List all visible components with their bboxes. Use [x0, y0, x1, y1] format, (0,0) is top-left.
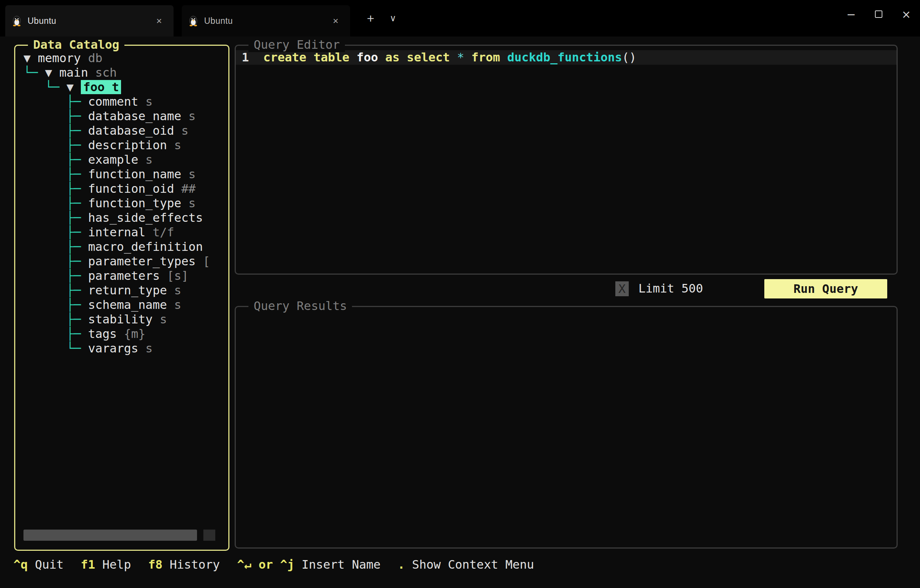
tree-connector: ├─: [67, 283, 81, 297]
tux-icon: [12, 15, 22, 26]
hint-label: Quit: [35, 557, 64, 572]
code-token: [349, 50, 356, 65]
key-label: .: [398, 557, 405, 572]
footer-hint[interactable]: .Show Context Menu: [398, 557, 534, 572]
tree-connector: ├─: [67, 95, 81, 109]
tree-connector: ├─: [67, 109, 81, 123]
data-catalog-title: Data Catalog: [28, 37, 125, 52]
code-token: [464, 50, 471, 65]
tree-column-row[interactable]: ├─function_oid##: [23, 182, 228, 196]
code-token: from: [471, 50, 500, 65]
tab-strip: Ubuntu × Ubuntu × + ∨: [0, 0, 403, 37]
tree-column-row[interactable]: └─varargss: [23, 341, 228, 356]
footer-hint[interactable]: f8History: [148, 557, 220, 572]
tree-column-row[interactable]: ├─function_types: [23, 196, 228, 211]
column-name: schema_name: [88, 298, 167, 312]
expand-arrow-icon: ▼: [23, 51, 31, 65]
column-name: tags: [88, 327, 117, 341]
tree-column-row[interactable]: ├─has_side_effects: [23, 211, 228, 225]
limit-value[interactable]: 500: [682, 281, 703, 296]
tree-column-row[interactable]: ├─tags{m}: [23, 327, 228, 341]
tree-connector: └─: [67, 341, 81, 355]
column-name: function_name: [88, 167, 181, 181]
tree-connector: ├─: [67, 312, 81, 326]
query-editor-title: Query Editor: [248, 37, 345, 52]
tab-close-icon[interactable]: ×: [151, 13, 167, 29]
tree-row-schema[interactable]: └─▼mainsch: [23, 66, 228, 80]
code-token: [400, 50, 407, 65]
code-token: (): [622, 50, 637, 65]
tree-connector: └─: [23, 66, 38, 80]
footer: ^qQuitf1Helpf8History^↵ or ^jInsert Name…: [13, 557, 551, 572]
tree-connector: ├─: [67, 182, 81, 196]
tab-ubuntu-1[interactable]: Ubuntu ×: [5, 5, 173, 37]
column-name: comment: [88, 95, 138, 109]
catalog-tree: ▼memorydb └─▼mainsch └─▼foot ├─comments├…: [15, 46, 228, 550]
key-label: f1: [81, 557, 96, 572]
editor-line-1[interactable]: 1 create table foo as select * from duck…: [236, 50, 897, 65]
column-type: s: [188, 196, 196, 210]
tab-dropdown-button[interactable]: ∨: [383, 8, 403, 28]
run-query-button[interactable]: Run Query: [764, 279, 887, 299]
window-controls: − ×: [837, 0, 920, 37]
footer-hint[interactable]: ^qQuit: [13, 557, 64, 572]
new-tab-button[interactable]: +: [361, 8, 381, 28]
query-results-title: Query Results: [248, 299, 352, 313]
code-token: select: [407, 50, 450, 65]
hint-label: Help: [102, 557, 131, 572]
tree-column-row[interactable]: ├─database_oids: [23, 124, 228, 138]
tree-column-row[interactable]: ├─database_names: [23, 109, 228, 124]
tux-icon: [188, 15, 198, 26]
tree-column-row[interactable]: ├─return_types: [23, 283, 228, 298]
tree-column-row[interactable]: ├─parameter_types[: [23, 254, 228, 269]
tree-row-table[interactable]: └─▼foot: [23, 80, 228, 95]
scrollbar-corner: [203, 530, 215, 541]
code-token: [450, 50, 457, 65]
horizontal-scrollbar[interactable]: [23, 530, 225, 541]
tree-row-database[interactable]: ▼memorydb: [23, 51, 228, 66]
tree-column-row[interactable]: ├─comments: [23, 95, 228, 109]
tree-column-row[interactable]: ├─stabilitys: [23, 312, 228, 327]
tree-connector: ├─: [67, 211, 81, 225]
terminal: Data Catalog ▼memorydb └─▼mainsch └─▼foo…: [0, 37, 920, 588]
scrollbar-thumb[interactable]: [23, 530, 197, 541]
code-token: duckdb_functions: [507, 50, 622, 65]
query-editor-panel[interactable]: Query Editor 1 create table foo as selec…: [235, 45, 898, 275]
footer-hint[interactable]: f1Help: [81, 557, 131, 572]
tree-connector: ├─: [67, 138, 81, 152]
limit-checkbox[interactable]: X: [615, 281, 629, 296]
tree-column-row[interactable]: ├─macro_definition: [23, 240, 228, 254]
tree-column-row[interactable]: ├─descriptions: [23, 138, 228, 153]
column-name: has_side_effects: [88, 211, 202, 225]
column-name: return_type: [88, 283, 167, 297]
tab-label: Ubuntu: [204, 16, 328, 26]
code-text: create table foo as select * from duckdb…: [263, 50, 637, 65]
column-type: t/f: [153, 225, 174, 239]
close-button[interactable]: ×: [892, 0, 920, 28]
minimize-button[interactable]: −: [837, 0, 865, 28]
column-name: varargs: [88, 341, 138, 355]
footer-hint[interactable]: ^↵ or ^jInsert Name: [237, 557, 380, 572]
column-type: s: [181, 124, 188, 138]
tree-column-row[interactable]: ├─internalt/f: [23, 225, 228, 240]
tree-column-row[interactable]: ├─schema_names: [23, 298, 228, 312]
column-name: parameter_types: [88, 254, 196, 268]
maximize-button[interactable]: [865, 0, 892, 28]
column-type: s: [174, 283, 181, 297]
tree-connector: └─: [45, 80, 60, 94]
selected-table[interactable]: foot: [81, 80, 121, 94]
tab-close-icon[interactable]: ×: [328, 13, 343, 29]
column-type: [s]: [167, 269, 188, 283]
tree-column-row[interactable]: ├─examples: [23, 153, 228, 167]
tab-ubuntu-2[interactable]: Ubuntu ×: [182, 5, 350, 37]
hint-label: Show Context Menu: [412, 557, 534, 572]
code-token: foo: [356, 50, 378, 65]
column-name: parameters: [88, 269, 160, 283]
column-name: stability: [88, 312, 152, 326]
tree-column-row[interactable]: ├─function_names: [23, 167, 228, 182]
tree-connector: ├─: [67, 327, 81, 341]
tab-label: Ubuntu: [28, 16, 151, 26]
tree-connector: ├─: [67, 240, 81, 254]
tree-column-row[interactable]: ├─parameters[s]: [23, 269, 228, 283]
query-results-panel[interactable]: Query Results: [235, 306, 898, 549]
